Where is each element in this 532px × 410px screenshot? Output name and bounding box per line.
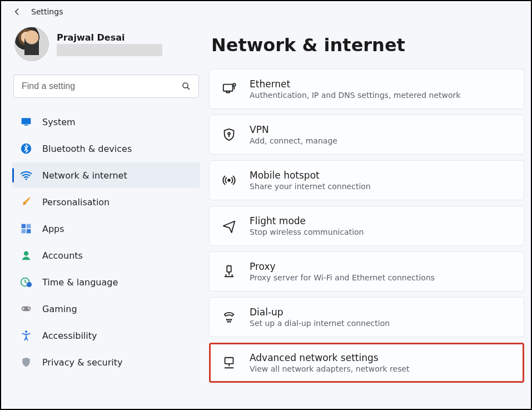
svg-point-14 [29, 309, 30, 310]
main-content: Network & internet EthernetAuthenticatio… [207, 17, 531, 408]
accessibility-icon [20, 329, 32, 342]
sidebar-item-time[interactable]: Time & language [12, 269, 200, 295]
sidebar-item-label: Network & internet [42, 170, 127, 181]
profile-subtext [57, 44, 162, 56]
sidebar-item-personalisation[interactable]: Personalisation [12, 189, 200, 215]
nav-list: SystemBluetooth & devicesNetwork & inter… [12, 109, 200, 375]
svg-rect-20 [227, 266, 231, 272]
sidebar-item-bluetooth[interactable]: Bluetooth & devices [12, 136, 200, 161]
svg-point-23 [231, 319, 231, 320]
sidebar-item-label: Bluetooth & devices [42, 144, 132, 154]
sidebar-item-apps[interactable]: Apps [12, 216, 200, 241]
settings-card-list: EthernetAuthentication, IP and DNS setti… [209, 69, 524, 383]
sidebar-item-label: Accounts [42, 250, 83, 261]
back-button[interactable] [12, 7, 22, 17]
card-title: Advanced network settings [250, 352, 410, 363]
sidebar: Prajwal Desai SystemBluetooth & devicesN… [1, 17, 207, 408]
shield-icon [20, 356, 32, 368]
svg-point-9 [24, 251, 28, 256]
svg-rect-8 [27, 229, 31, 234]
profile-block[interactable]: Prajwal Desai [12, 22, 200, 75]
app-title: Settings [31, 7, 63, 16]
card-title: Dial-up [250, 307, 390, 318]
card-flight[interactable]: Flight modeStop wireless communication [209, 206, 524, 246]
shield-key-icon [221, 126, 237, 143]
card-title: Flight mode [250, 215, 364, 226]
svg-point-15 [25, 330, 27, 333]
sidebar-item-accessibility[interactable]: Accessibility [12, 323, 200, 348]
svg-rect-1 [22, 118, 31, 124]
card-text: VPNAdd, connect, manage [250, 124, 337, 145]
card-text: Dial-upSet up a dial-up internet connect… [250, 307, 390, 328]
svg-rect-16 [223, 85, 233, 91]
ethernet-icon [221, 81, 237, 97]
svg-point-4 [26, 179, 27, 180]
svg-rect-6 [27, 224, 31, 229]
svg-rect-2 [24, 125, 28, 126]
card-subtitle: Authentication, IP and DNS settings, met… [250, 91, 460, 100]
svg-point-22 [228, 319, 229, 320]
titlebar: Settings [1, 1, 531, 17]
card-title: Proxy [250, 261, 435, 272]
card-ethernet[interactable]: EthernetAuthentication, IP and DNS setti… [209, 69, 524, 109]
apps-icon [20, 223, 32, 235]
svg-rect-7 [22, 229, 26, 234]
proxy-icon [221, 263, 237, 280]
svg-point-25 [230, 322, 230, 322]
sidebar-item-label: Time & language [42, 277, 118, 288]
sidebar-item-label: Accessibility [42, 330, 97, 341]
sidebar-item-label: Apps [42, 224, 64, 234]
card-text: ProxyProxy server for Wi-Fi and Ethernet… [250, 261, 435, 282]
sidebar-item-label: Personalisation [42, 197, 110, 208]
card-title: Mobile hotspot [250, 170, 371, 181]
svg-point-13 [28, 307, 29, 308]
svg-rect-26 [225, 358, 233, 364]
bluetooth-icon [20, 142, 32, 155]
card-subtitle: Stop wireless communication [250, 228, 364, 236]
sidebar-item-label: System [42, 117, 76, 127]
sidebar-item-network[interactable]: Network & internet [12, 162, 200, 188]
card-subtitle: Proxy server for Wi-Fi and Ethernet conn… [250, 273, 435, 282]
card-proxy[interactable]: ProxyProxy server for Wi-Fi and Ethernet… [209, 251, 524, 292]
search-wrap [13, 75, 199, 98]
monitor-icon [20, 116, 32, 128]
sidebar-item-accounts[interactable]: Accounts [12, 243, 200, 268]
dialup-icon [221, 309, 237, 325]
card-text: EthernetAuthentication, IP and DNS setti… [250, 78, 460, 100]
hotspot-icon [221, 172, 237, 189]
sidebar-item-system[interactable]: System [12, 109, 200, 135]
svg-point-24 [227, 322, 228, 322]
svg-rect-5 [22, 224, 26, 229]
svg-point-11 [27, 282, 32, 287]
clock-globe-icon [20, 276, 32, 288]
plane-icon [221, 218, 237, 234]
search-icon [181, 81, 191, 91]
sidebar-item-label: Gaming [42, 304, 77, 314]
sidebar-item-label: Privacy & security [42, 357, 122, 368]
card-vpn[interactable]: VPNAdd, connect, manage [209, 115, 524, 155]
card-subtitle: Set up a dial-up internet connection [250, 319, 390, 328]
gamepad-icon [20, 303, 32, 315]
card-hotspot[interactable]: Mobile hotspotShare your internet connec… [209, 160, 524, 200]
card-advanced[interactable]: Advanced network settingsView all networ… [209, 343, 524, 383]
card-title: VPN [250, 124, 337, 135]
search-input[interactable] [13, 75, 199, 98]
brush-icon [20, 196, 32, 208]
card-text: Mobile hotspotShare your internet connec… [250, 170, 371, 191]
person-icon [20, 249, 32, 261]
sidebar-item-privacy[interactable]: Privacy & security [12, 349, 200, 375]
card-text: Advanced network settingsView all networ… [250, 352, 410, 373]
card-text: Flight modeStop wireless communication [250, 215, 364, 236]
sidebar-item-gaming[interactable]: Gaming [12, 296, 200, 322]
avatar [14, 27, 49, 61]
profile-name: Prajwal Desai [57, 32, 162, 43]
wifi-icon [20, 169, 32, 181]
card-title: Ethernet [250, 78, 460, 90]
card-subtitle: Add, connect, manage [250, 136, 337, 145]
card-dialup[interactable]: Dial-upSet up a dial-up internet connect… [209, 297, 524, 337]
svg-point-19 [228, 179, 230, 181]
card-subtitle: View all network adapters, network reset [250, 364, 410, 373]
svg-point-21 [227, 319, 227, 320]
svg-point-0 [183, 83, 188, 88]
page-title: Network & internet [211, 34, 524, 56]
